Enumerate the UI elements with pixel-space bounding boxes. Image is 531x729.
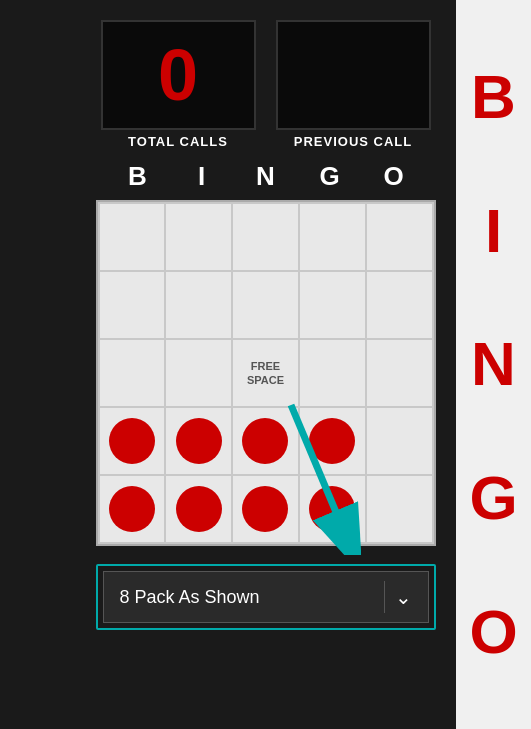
bingo-grid: FREESPACE: [96, 200, 436, 546]
grid-cell-1-3: [300, 272, 365, 338]
grid-cell-4-2: [233, 476, 298, 542]
marked-circle: [109, 418, 155, 464]
marked-circle: [176, 418, 222, 464]
grid-cell-1-0: [100, 272, 165, 338]
dropdown-divider: [384, 581, 385, 613]
marked-circle: [242, 486, 288, 532]
grid-cell-0-1: [166, 204, 231, 270]
chevron-down-icon[interactable]: ⌄: [395, 585, 412, 609]
marked-circle: [309, 486, 355, 532]
grid-cell-3-2: [233, 408, 298, 474]
sidebar-letter-o: O: [469, 601, 517, 663]
marked-circle: [109, 486, 155, 532]
header-letter-n: N: [236, 161, 296, 192]
previous-call-display: PREVIOUS CALL: [276, 20, 431, 149]
grid-cell-2-2-free: FREESPACE: [233, 340, 298, 406]
sidebar-letter-i: I: [485, 200, 502, 262]
dropdown-wrapper: 8 Pack As Shown ⌄: [96, 564, 436, 630]
previous-call-box: [276, 20, 431, 130]
total-calls-box: 0: [101, 20, 256, 130]
grid-cell-3-1: [166, 408, 231, 474]
sidebar-letter-n: N: [471, 333, 516, 395]
grid-cell-4-3: [300, 476, 365, 542]
grid-cell-2-3: [300, 340, 365, 406]
grid-cell-4-0: [100, 476, 165, 542]
header-letter-o: O: [364, 161, 424, 192]
grid-cell-2-1: [166, 340, 231, 406]
total-calls-label: TOTAL CALLS: [128, 134, 228, 149]
grid-cell-0-3: [300, 204, 365, 270]
header-letter-g: G: [300, 161, 360, 192]
grid-cell-4-1: [166, 476, 231, 542]
dropdown-outer: 8 Pack As Shown ⌄: [96, 564, 436, 630]
grid-cell-3-4: [367, 408, 432, 474]
bingo-header-letters: B I N G O: [96, 161, 436, 192]
header-letter-b: B: [108, 161, 168, 192]
marked-circle: [176, 486, 222, 532]
grid-cell-1-4: [367, 272, 432, 338]
grid-cell-1-2: [233, 272, 298, 338]
grid-cell-2-0: [100, 340, 165, 406]
sidebar-letter-g: G: [469, 467, 517, 529]
marked-circle: [309, 418, 355, 464]
grid-cell-0-0: [100, 204, 165, 270]
total-calls-display: 0 TOTAL CALLS: [101, 20, 256, 149]
grid-cell-2-4: [367, 340, 432, 406]
displays-row: 0 TOTAL CALLS PREVIOUS CALL: [101, 20, 431, 149]
header-letter-i: I: [172, 161, 232, 192]
previous-call-label: PREVIOUS CALL: [294, 134, 412, 149]
bingo-sidebar: B I N G O: [456, 0, 531, 729]
dropdown-select[interactable]: 8 Pack As Shown ⌄: [103, 571, 429, 623]
grid-cell-3-0: [100, 408, 165, 474]
grid-cell-0-2: [233, 204, 298, 270]
marked-circle: [242, 418, 288, 464]
grid-cell-1-1: [166, 272, 231, 338]
sidebar-letter-b: B: [471, 66, 516, 128]
grid-cell-4-4: [367, 476, 432, 542]
grid-cell-0-4: [367, 204, 432, 270]
total-calls-value: 0: [158, 39, 198, 111]
dropdown-label: 8 Pack As Shown: [120, 587, 374, 608]
grid-cell-3-3: [300, 408, 365, 474]
